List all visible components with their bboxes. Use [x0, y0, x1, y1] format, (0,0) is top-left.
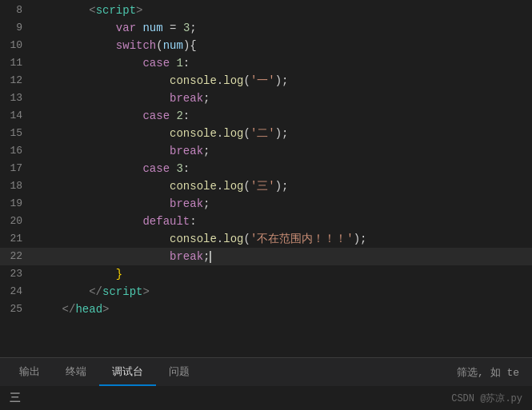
- code-editor: 8 <script> 9 var num = 3; 10 switch(num)…: [0, 0, 532, 357]
- code-line-23: 23 }: [0, 265, 532, 283]
- code-line-11: 11 case 1:: [0, 54, 532, 72]
- code-line-15: 15 console.log('二');: [0, 125, 532, 142]
- bottom-panel: 输出 终端 调试台 问题 筛选, 如 te 三 CSDN @苏凉.py: [0, 357, 532, 410]
- code-line-20: 20 default:: [0, 213, 532, 230]
- output-row: 三 CSDN @苏凉.py: [0, 386, 532, 410]
- tabs-row: 输出 终端 调试台 问题 筛选, 如 te: [0, 358, 532, 386]
- code-line-24: 24 </script>: [0, 283, 532, 301]
- code-line-18: 18 console.log('三');: [0, 177, 532, 195]
- watermark-text: CSDN @苏凉.py: [451, 392, 522, 405]
- code-line-13: 13 break;: [0, 90, 532, 107]
- code-line-22: 22 break;: [0, 248, 532, 265]
- code-line-12: 12 console.log('一');: [0, 72, 532, 90]
- code-line-21: 21 console.log('不在范围内！！！');: [0, 230, 532, 248]
- code-line-19: 19 break;: [0, 195, 532, 213]
- console-output-text: 三: [10, 391, 21, 405]
- code-line-14: 14 case 2:: [0, 107, 532, 125]
- tab-filter-label[interactable]: 筛选, 如 te: [457, 365, 526, 380]
- code-line-25: 25 </head>: [0, 301, 532, 318]
- code-line-8: 8 <script>: [0, 2, 532, 19]
- code-line-9: 9 var num = 3;: [0, 19, 532, 37]
- tab-debug-console[interactable]: 调试台: [99, 358, 156, 386]
- tab-problems[interactable]: 问题: [156, 358, 202, 386]
- tab-terminal[interactable]: 终端: [53, 358, 99, 386]
- code-lines: 8 <script> 9 var num = 3; 10 switch(num)…: [0, 0, 532, 357]
- code-line-17: 17 case 3:: [0, 160, 532, 177]
- tab-output[interactable]: 输出: [6, 358, 53, 386]
- code-line-10: 10 switch(num){: [0, 37, 532, 54]
- code-line-16: 16 break;: [0, 142, 532, 160]
